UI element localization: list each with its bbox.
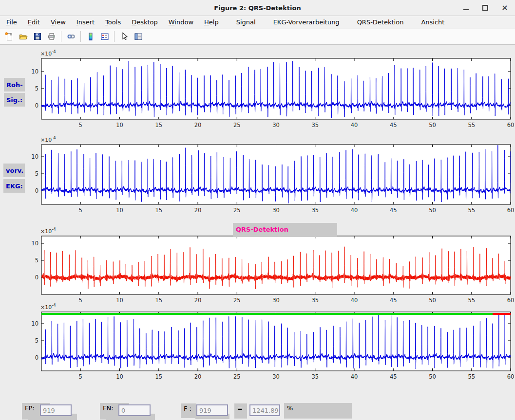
x-tick-label: 5: [79, 297, 82, 304]
x-tick-label: 15: [155, 297, 162, 304]
plot-browser-button[interactable]: [131, 30, 145, 44]
minimize-icon: [463, 9, 469, 11]
maximize-button[interactable]: [479, 1, 492, 14]
open-file-button[interactable]: [16, 30, 30, 44]
print-figure-button[interactable]: [44, 30, 58, 44]
x-tick-label: 25: [233, 373, 241, 380]
toolbar-separator: [114, 31, 114, 42]
x-tick-label: 20: [194, 373, 202, 380]
f-ratio-input[interactable]: [249, 404, 280, 416]
menu-tools[interactable]: Tools: [100, 17, 126, 28]
label-roh: Roh-: [4, 78, 25, 91]
y-tick-label: 10: [31, 240, 38, 247]
menu-edit[interactable]: Edit: [22, 17, 45, 28]
menu-desktop[interactable]: Desktop: [126, 17, 163, 28]
close-icon: ×: [501, 4, 508, 12]
print-figure-icon: [47, 32, 57, 41]
x-tick-label: 40: [351, 373, 358, 380]
maximize-icon: [482, 5, 488, 11]
new-figure-button[interactable]: [2, 30, 16, 44]
f-input[interactable]: [196, 404, 228, 416]
label-ekg: EKG:: [3, 179, 25, 193]
x-tick-label: 60: [507, 122, 515, 128]
x-tick-label: 25: [233, 122, 241, 128]
fn-input[interactable]: [118, 404, 151, 416]
plot-detektion-ergebnis: 510152025303540455055600510×10-4: [31, 303, 514, 380]
menu-ekg-vorverarbeitung[interactable]: EKG-Vorverarbeitung: [268, 17, 345, 28]
open-file-icon: [19, 32, 28, 41]
x-tick-label: 30: [272, 207, 280, 214]
close-button[interactable]: ×: [498, 1, 511, 14]
x-tick-label: 30: [272, 297, 280, 304]
x-tick-label: 40: [351, 297, 358, 304]
insert-legend-icon: [100, 32, 110, 41]
x-tick-label: 55: [468, 297, 475, 304]
menu-signal[interactable]: Signal: [231, 17, 261, 28]
y-exponent-label: ×10-4: [40, 135, 56, 143]
menu-insert[interactable]: Insert: [71, 17, 100, 28]
x-tick-label: 15: [155, 373, 162, 380]
menu-qrs-detektion[interactable]: QRS-Detektion: [352, 17, 409, 28]
y-tick-label: 0: [35, 187, 38, 194]
y-tick-label: 5: [35, 85, 38, 92]
qrs-detektion-title: QRS-Detektion: [233, 223, 337, 237]
x-tick-label: 15: [155, 207, 162, 214]
x-tick-label: 10: [116, 297, 123, 304]
x-tick-label: 20: [194, 207, 202, 214]
x-tick-label: 30: [272, 122, 280, 128]
title-bar[interactable]: Figure 2: QRS-Detektion ×: [0, 0, 515, 16]
figure-window: Figure 2: QRS-Detektion × File Edit View…: [0, 0, 515, 420]
x-tick-label: 55: [468, 122, 475, 128]
y-tick-label: 10: [31, 320, 38, 327]
x-tick-label: 5: [79, 207, 82, 214]
link-plot-button[interactable]: [64, 30, 78, 44]
f-label-box: F :: [181, 403, 196, 418]
y-tick-label: 5: [35, 337, 38, 344]
y-tick-label: 10: [31, 68, 38, 75]
insert-legend-button[interactable]: [97, 30, 112, 44]
label-vorv: vorv.: [3, 164, 25, 177]
menu-help[interactable]: Help: [199, 17, 224, 28]
x-tick-label: 45: [390, 297, 397, 304]
menu-file[interactable]: File: [1, 17, 22, 28]
x-tick-label: 25: [233, 297, 241, 304]
x-tick-label: 20: [194, 297, 202, 304]
menu-ansicht[interactable]: Ansicht: [416, 17, 450, 28]
y-exponent-label: ×10-4: [40, 49, 56, 57]
x-tick-label: 50: [429, 207, 436, 214]
y-exponent-label: ×10-4: [40, 303, 56, 310]
figure-toolbar: [0, 29, 515, 45]
x-tick-label: 5: [79, 373, 82, 380]
figure-canvas: 510152025303540455055600510×10-451015202…: [0, 45, 515, 420]
link-plot-icon: [66, 32, 76, 41]
x-tick-label: 15: [155, 122, 162, 128]
fp-input[interactable]: [40, 404, 72, 416]
x-tick-label: 45: [390, 122, 397, 128]
window-controls: ×: [459, 0, 511, 16]
y-tick-label: 0: [35, 274, 38, 281]
x-tick-label: 40: [351, 207, 358, 214]
y-exponent-label: ×10-4: [40, 227, 56, 235]
y-tick-label: 0: [35, 102, 38, 109]
minimize-button[interactable]: [459, 1, 472, 14]
x-tick-label: 60: [507, 297, 515, 304]
edit-plot-button[interactable]: [117, 30, 131, 44]
x-tick-label: 5: [79, 122, 82, 128]
x-tick-label: 20: [194, 122, 202, 128]
x-tick-label: 45: [390, 207, 397, 214]
x-tick-label: 50: [429, 122, 436, 128]
new-figure-icon: [4, 32, 14, 41]
y-tick-label: 5: [35, 170, 38, 177]
plot-browser-icon: [134, 32, 143, 41]
x-tick-label: 45: [390, 373, 397, 380]
toolbar-separator: [80, 31, 81, 42]
x-tick-label: 35: [311, 122, 319, 128]
menu-view[interactable]: View: [45, 17, 71, 28]
save-figure-button[interactable]: [30, 30, 44, 44]
menu-window[interactable]: Window: [163, 17, 199, 28]
x-tick-label: 50: [429, 297, 436, 304]
y-tick-label: 0: [35, 354, 38, 361]
window-title: Figure 2: QRS-Detektion: [214, 4, 301, 12]
x-tick-label: 25: [233, 207, 241, 214]
insert-colorbar-button[interactable]: [83, 30, 97, 44]
